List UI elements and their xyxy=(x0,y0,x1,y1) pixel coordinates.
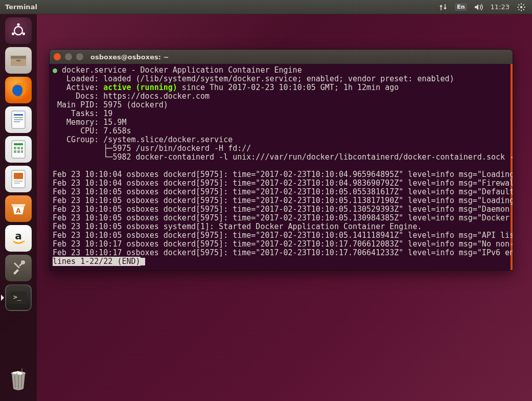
svg-rect-31 xyxy=(14,173,23,179)
active-value: active (running) xyxy=(103,83,177,92)
terminal-window: osboxes@osboxes: ~ ● docker.service - Do… xyxy=(49,49,513,271)
cursor xyxy=(141,258,145,265)
launcher-amazon[interactable]: a xyxy=(5,225,32,252)
svg-rect-24 xyxy=(14,147,16,149)
svg-rect-29 xyxy=(21,150,23,153)
active-lead: Active: xyxy=(53,83,103,92)
cgroup-line: CGroup: /system.slice/docker.service xyxy=(53,135,233,144)
svg-point-10 xyxy=(17,23,19,26)
window-titlebar[interactable]: osboxes@osboxes: ~ xyxy=(50,50,513,64)
launcher-dash[interactable] xyxy=(5,17,32,44)
keyboard-layout-indicator[interactable]: En xyxy=(455,3,467,11)
status-bullet: ● xyxy=(53,65,57,75)
svg-text:a: a xyxy=(15,230,22,242)
active-app-name: Terminal xyxy=(5,3,37,11)
svg-rect-32 xyxy=(14,181,23,182)
launcher-software[interactable]: A xyxy=(5,195,32,222)
svg-line-8 xyxy=(523,4,524,5)
cgroup-sub1: ├─5975 /usr/bin/dockerd -H fd:// xyxy=(53,144,251,153)
launcher-trash[interactable] xyxy=(5,367,32,394)
svg-line-6 xyxy=(523,9,524,10)
svg-rect-33 xyxy=(14,183,20,184)
svg-text:A: A xyxy=(16,207,21,214)
active-tail: since Thu 2017-02-23 10:10:05 GMT; 1h 12… xyxy=(177,83,399,92)
launcher-impress[interactable] xyxy=(5,166,32,192)
unity-launcher: A a >_ xyxy=(0,14,37,401)
window-title: osboxes@osboxes: ~ xyxy=(90,53,169,61)
launcher-firefox[interactable] xyxy=(5,77,32,103)
launcher-writer[interactable] xyxy=(5,106,32,133)
svg-point-0 xyxy=(520,6,522,8)
pid-line: Main PID: 5975 (dockerd) xyxy=(53,100,168,109)
log-line: Feb 23 10:10:05 osboxes dockerd[5975]: t… xyxy=(53,231,513,240)
cpu-line: CPU: 7.658s xyxy=(53,126,131,136)
pager-status: lines 1-22/22 (END) xyxy=(53,257,141,266)
svg-point-11 xyxy=(22,32,25,35)
svg-point-43 xyxy=(13,372,17,374)
launcher-terminal[interactable]: >_ xyxy=(5,284,32,311)
launcher-settings[interactable] xyxy=(5,255,32,281)
window-close-button[interactable] xyxy=(54,53,61,60)
loaded-line: Loaded: loaded (/lib/systemd/system/dock… xyxy=(53,74,454,83)
cgroup-sub2: └─5982 docker-containerd -l unix:///var/… xyxy=(53,152,513,162)
svg-rect-25 xyxy=(17,147,20,149)
log-line: Feb 23 10:10:17 osboxes dockerd[5975]: t… xyxy=(53,239,513,249)
svg-line-40 xyxy=(15,375,15,388)
svg-point-9 xyxy=(14,27,22,35)
svg-line-5 xyxy=(518,4,519,5)
svg-rect-26 xyxy=(21,147,23,149)
terminal-body[interactable]: ● docker.service - Docker Application Co… xyxy=(50,64,513,270)
svg-rect-19 xyxy=(14,117,23,118)
log-line: Feb 23 10:10:05 osboxes dockerd[5975]: t… xyxy=(53,213,513,222)
top-panel: Terminal En 11:23 xyxy=(0,0,532,14)
log-line: Feb 23 10:10:05 osboxes dockerd[5975]: t… xyxy=(53,205,513,214)
launcher-files[interactable] xyxy=(5,47,32,74)
system-gear-icon[interactable] xyxy=(517,3,526,12)
svg-line-7 xyxy=(518,9,519,10)
launcher-calc[interactable] xyxy=(5,136,32,163)
svg-rect-27 xyxy=(14,150,16,153)
volume-icon[interactable] xyxy=(474,3,483,12)
log-line: Feb 23 10:10:05 osboxes systemd[1]: Star… xyxy=(53,222,422,231)
svg-point-45 xyxy=(16,371,19,372)
clock[interactable]: 11:23 xyxy=(491,3,510,11)
svg-rect-21 xyxy=(14,121,20,122)
svg-rect-20 xyxy=(14,119,23,120)
network-icon[interactable] xyxy=(438,3,448,12)
log-line: Feb 23 10:10:05 osboxes dockerd[5975]: t… xyxy=(53,187,513,196)
docs-line: Docs: https://docs.docker.com xyxy=(53,92,210,101)
window-maximize-button[interactable] xyxy=(76,53,83,60)
memory-line: Memory: 15.9M xyxy=(53,118,127,127)
log-line: Feb 23 10:10:05 osboxes dockerd[5975]: t… xyxy=(53,196,513,205)
svg-line-42 xyxy=(21,368,22,388)
svg-rect-15 xyxy=(16,60,20,61)
log-line: Feb 23 10:10:04 osboxes dockerd[5975]: t… xyxy=(53,179,513,188)
svg-point-12 xyxy=(12,32,14,35)
svg-text:>_: >_ xyxy=(13,293,21,301)
svg-rect-28 xyxy=(17,150,20,153)
svg-rect-18 xyxy=(14,114,23,116)
svg-rect-23 xyxy=(14,143,23,145)
log-line: Feb 23 10:10:04 osboxes dockerd[5975]: t… xyxy=(53,170,513,179)
window-minimize-button[interactable] xyxy=(65,53,72,60)
svg-point-36 xyxy=(21,260,25,264)
tasks-line: Tasks: 19 xyxy=(53,109,112,118)
svg-rect-13 xyxy=(11,56,26,59)
log-line: Feb 23 10:10:17 osboxes dockerd[5975]: t… xyxy=(53,248,513,257)
service-header: docker.service - Docker Application Cont… xyxy=(62,65,302,75)
